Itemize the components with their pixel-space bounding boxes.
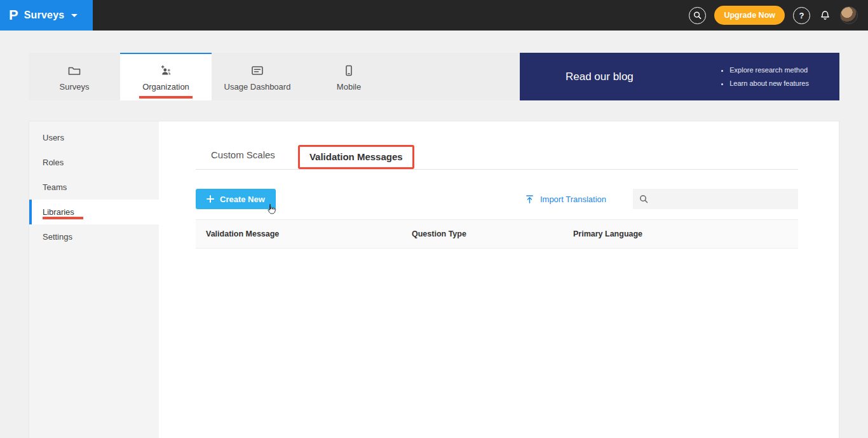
blog-banner[interactable]: Read our blog Explore research method Le… bbox=[520, 53, 839, 100]
search-icon bbox=[693, 11, 702, 20]
nav-tab-label: Mobile bbox=[337, 82, 361, 92]
nav-tab-label: Organization bbox=[142, 82, 189, 92]
main-panel: Users Roles Teams Libraries Settings Cus… bbox=[29, 121, 839, 438]
create-new-button[interactable]: Create New bbox=[196, 189, 276, 209]
primary-nav-tabs: Surveys Organization Usage Dashboard Mob… bbox=[29, 53, 395, 100]
blog-title: Read our blog bbox=[566, 71, 634, 83]
sidebar-item-users[interactable]: Users bbox=[29, 125, 159, 150]
nav-tab-surveys[interactable]: Surveys bbox=[29, 53, 120, 100]
sidebar-item-settings[interactable]: Settings bbox=[29, 224, 159, 249]
import-translation-label: Import Translation bbox=[540, 195, 606, 204]
import-icon bbox=[525, 195, 534, 204]
column-header-primary-language: Primary Language bbox=[573, 229, 798, 238]
nav-tab-usage-dashboard[interactable]: Usage Dashboard bbox=[212, 53, 303, 100]
brand-logo: P bbox=[9, 8, 18, 22]
tab-validation-messages[interactable]: Validation Messages bbox=[309, 151, 403, 162]
table-header-row: Validation Message Question Type Primary… bbox=[196, 219, 798, 249]
question-mark-icon: ? bbox=[799, 11, 804, 20]
blog-bullet: Learn about new features bbox=[729, 77, 809, 90]
add-people-icon bbox=[158, 63, 173, 78]
sidebar-item-label: Settings bbox=[43, 232, 72, 242]
top-bar: P Surveys Upgrade Now ? bbox=[0, 0, 868, 31]
upgrade-now-button[interactable]: Upgrade Now bbox=[714, 6, 785, 25]
nav-tab-organization[interactable]: Organization bbox=[120, 53, 212, 100]
plus-icon bbox=[207, 195, 214, 203]
settings-sidebar: Users Roles Teams Libraries Settings bbox=[29, 121, 159, 438]
sidebar-item-label: Roles bbox=[43, 158, 64, 167]
sidebar-item-teams[interactable]: Teams bbox=[29, 175, 159, 200]
nav-tab-mobile[interactable]: Mobile bbox=[303, 53, 395, 100]
sidebar-item-label: Libraries bbox=[43, 207, 74, 217]
search-icon bbox=[639, 195, 648, 203]
import-translation-link[interactable]: Import Translation bbox=[521, 194, 610, 205]
user-avatar[interactable] bbox=[840, 6, 858, 24]
mobile-icon bbox=[341, 63, 356, 78]
search-input[interactable] bbox=[653, 194, 792, 205]
list-toolbar: Create New Import Translation bbox=[196, 189, 798, 209]
sidebar-item-label: Users bbox=[43, 133, 64, 142]
sidebar-item-libraries[interactable]: Libraries bbox=[29, 200, 159, 224]
product-name: Surveys bbox=[24, 10, 65, 21]
libraries-content: Custom Scales Validation Messages Create… bbox=[159, 121, 839, 438]
notifications-button[interactable] bbox=[818, 9, 832, 22]
folder-icon bbox=[67, 63, 82, 78]
column-header-question-type: Question Type bbox=[412, 229, 573, 238]
library-tabs: Custom Scales Validation Messages bbox=[196, 140, 798, 170]
chevron-down-icon bbox=[71, 14, 78, 17]
dashboard-icon bbox=[250, 63, 265, 78]
sidebar-item-roles[interactable]: Roles bbox=[29, 150, 159, 175]
column-header-validation-message: Validation Message bbox=[196, 229, 412, 238]
annotation-underline-libraries bbox=[43, 217, 83, 219]
help-button[interactable]: ? bbox=[793, 7, 810, 24]
create-new-label: Create New bbox=[220, 195, 265, 204]
table-search bbox=[633, 189, 798, 209]
annotation-underline-organization bbox=[139, 96, 193, 99]
nav-tab-label: Usage Dashboard bbox=[224, 82, 291, 92]
annotation-box-validation-messages: Validation Messages bbox=[298, 145, 414, 169]
topbar-actions: Upgrade Now ? bbox=[689, 6, 868, 25]
blog-bullet-list: Explore research method Learn about new … bbox=[719, 64, 809, 90]
blog-bullet: Explore research method bbox=[729, 64, 809, 77]
search-button[interactable] bbox=[689, 7, 706, 24]
app-switcher[interactable]: P Surveys bbox=[0, 0, 93, 31]
bell-icon bbox=[818, 9, 832, 22]
primary-nav: Surveys Organization Usage Dashboard Mob… bbox=[29, 53, 839, 100]
sidebar-item-label: Teams bbox=[43, 182, 67, 192]
tab-custom-scales[interactable]: Custom Scales bbox=[211, 149, 275, 160]
nav-tab-label: Surveys bbox=[60, 82, 90, 92]
